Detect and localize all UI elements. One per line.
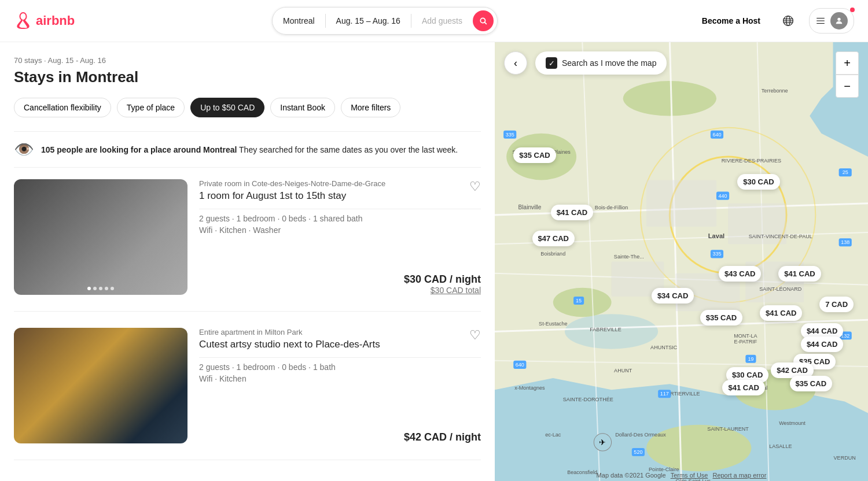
svg-text:LASALLE: LASALLE — [769, 443, 792, 449]
zoom-out-button[interactable]: − — [836, 75, 859, 98]
listing-image-0[interactable] — [14, 179, 187, 295]
price-marker-1[interactable]: $30 CAD — [737, 174, 779, 190]
svg-point-14 — [623, 81, 716, 116]
wishlist-button-1[interactable]: ♡ — [469, 328, 481, 343]
price-marker-15[interactable]: $41 CAD — [722, 380, 764, 395]
price-marker-11[interactable]: $44 CAD — [801, 336, 843, 352]
svg-text:FABREVILLE: FABREVILLE — [590, 327, 621, 332]
dot-0-3 — [105, 287, 108, 290]
svg-point-0 — [480, 18, 485, 23]
listing-title-1: Cutest artsy studio next to Place-des-Ar… — [199, 339, 481, 350]
zoom-in-button[interactable]: + — [836, 51, 859, 75]
map-attribution-text: Map data ©2021 Google — [597, 472, 666, 479]
svg-text:440: 440 — [718, 193, 727, 199]
svg-text:SAINT-LÉONARD: SAINT-LÉONARD — [759, 286, 801, 292]
map-search-toggle[interactable]: ✓ Search as I move the map — [535, 51, 667, 75]
svg-text:Côte-Saint-Luc: Côte-Saint-Luc — [675, 478, 711, 481]
dates-segment[interactable]: Aug. 15 – Aug. 16 — [326, 8, 411, 34]
listing-price-1: $42 CAD / night — [199, 431, 481, 443]
svg-text:RIVIERE-DES-PRAIRIES: RIVIERE-DES-PRAIRIES — [722, 158, 781, 164]
svg-text:x-Montagnes: x-Montagnes — [514, 385, 545, 391]
logo[interactable]: airbnb — [14, 12, 75, 30]
report-link[interactable]: Report a map error — [712, 472, 766, 479]
price-marker-16[interactable]: $35 CAD — [790, 376, 832, 391]
dates-value: Aug. 15 – Aug. 16 — [336, 16, 400, 25]
price-night-0: $30 CAD / night — [199, 273, 481, 286]
user-menu-button[interactable] — [809, 8, 854, 34]
listing-details-1: 2 guests · 1 bedroom · 0 beds · 1 bath — [199, 362, 481, 372]
logo-text: airbnb — [36, 13, 75, 28]
guests-segment[interactable]: Add guests — [411, 8, 473, 34]
become-host-button[interactable]: Become a Host — [695, 12, 767, 30]
location-segment[interactable]: Montreal — [273, 8, 325, 34]
dot-0-4 — [111, 287, 114, 290]
svg-text:25: 25 — [843, 169, 848, 175]
search-button[interactable] — [473, 10, 494, 31]
svg-text:AHUNT: AHUNT — [614, 368, 632, 373]
map-back-button[interactable]: ‹ — [504, 51, 527, 75]
listing-info-0: ♡ Private room in Cote-des-Neiges-Notre-… — [199, 179, 481, 295]
price-marker-7[interactable]: $41 CAD — [760, 305, 802, 321]
svg-text:117: 117 — [660, 391, 669, 397]
filter-price[interactable]: Up to $50 CAD — [190, 98, 264, 117]
price-marker-8[interactable]: $35 CAD — [700, 310, 742, 325]
listing-price-0: $30 CAD / night $30 CAD total — [199, 273, 481, 295]
listing-type-0: Private room in Cote-des-Neiges-Notre-Da… — [199, 179, 481, 188]
price-marker-9[interactable]: 7 CAD — [819, 297, 854, 312]
avatar — [830, 12, 848, 29]
svg-text:19: 19 — [748, 356, 753, 362]
right-panel: ✈ Sainte-Anne-des-Plaines Terrebonne Bla… — [495, 42, 868, 481]
main-layout: 70 stays · Aug. 15 - Aug. 16 Stays in Mo… — [0, 42, 868, 481]
svg-text:VERDUN: VERDUN — [834, 455, 856, 461]
svg-text:335: 335 — [506, 132, 514, 138]
price-marker-2[interactable]: $41 CAD — [551, 205, 593, 220]
price-total-0: $30 CAD total — [199, 286, 481, 295]
globe-button[interactable] — [777, 12, 800, 30]
svg-text:SAINT-LAURENT: SAINT-LAURENT — [707, 426, 749, 432]
svg-text:St-Eustache: St-Eustache — [539, 321, 567, 327]
stays-title: Stays in Montreal — [14, 68, 481, 86]
terms-link[interactable]: Terms of Use — [671, 472, 708, 479]
svg-text:ec-Lac: ec-Lac — [545, 432, 561, 438]
listing-card-0: ♡ Private room in Cote-des-Neiges-Notre-… — [14, 179, 481, 312]
filter-instant-book[interactable]: Instant Book — [270, 98, 335, 117]
svg-text:MONT-LA: MONT-LA — [734, 333, 757, 339]
alert-banner: 👁️ 105 people are looking for a place ar… — [14, 131, 481, 168]
listing-card-1: ♡ Entire apartment in Milton Park Cutest… — [14, 328, 481, 460]
svg-text:15: 15 — [576, 298, 582, 304]
location-value: Montreal — [283, 16, 314, 25]
svg-rect-28 — [646, 180, 716, 227]
price-marker-5[interactable]: $41 CAD — [778, 266, 821, 282]
price-marker-3[interactable]: $47 CAD — [532, 231, 575, 246]
map-container[interactable]: ✈ Sainte-Anne-des-Plaines Terrebonne Bla… — [495, 42, 868, 481]
guests-placeholder: Add guests — [422, 16, 462, 25]
svg-text:✈: ✈ — [599, 438, 606, 447]
search-toggle-label: Search as I move the map — [562, 58, 656, 68]
svg-text:Bois-de-Fillion: Bois-de-Fillion — [595, 205, 628, 210]
listing-title-0: 1 room for August 1st to 15th stay — [199, 190, 481, 202]
wishlist-button-0[interactable]: ♡ — [469, 179, 481, 194]
filter-more[interactable]: More filters — [341, 98, 400, 117]
price-marker-6[interactable]: $34 CAD — [652, 288, 694, 304]
svg-line-1 — [485, 23, 487, 24]
filter-type-of-place[interactable]: Type of place — [117, 98, 185, 117]
listing-image-1[interactable] — [14, 328, 187, 443]
svg-text:SAINTE-DOROTHÉE: SAINTE-DOROTHÉE — [563, 397, 613, 402]
alert-bold: 105 people are looking for a place aroun… — [41, 145, 237, 154]
image-dots-0 — [87, 287, 114, 290]
price-night-1: $42 CAD / night — [199, 431, 481, 443]
price-marker-4[interactable]: $43 CAD — [719, 266, 761, 282]
filters-bar: Cancellation flexibility Type of place U… — [14, 98, 481, 117]
map-terms: Map data ©2021 Google Terms of Use Repor… — [597, 472, 767, 479]
filter-cancellation[interactable]: Cancellation flexibility — [14, 98, 111, 117]
svg-text:E-PATRIF: E-PATRIF — [734, 339, 757, 345]
svg-text:Blainville: Blainville — [518, 204, 542, 210]
dot-0-1 — [93, 287, 97, 290]
svg-text:Dollard-Des Ormeaux: Dollard-Des Ormeaux — [615, 432, 666, 438]
svg-text:640: 640 — [516, 362, 524, 368]
svg-text:Boisbriand: Boisbriand — [540, 251, 565, 257]
svg-text:Sainte-The...: Sainte-The... — [614, 254, 644, 260]
svg-text:AHUNTSIC: AHUNTSIC — [650, 345, 678, 350]
svg-text:Westmount: Westmount — [779, 420, 806, 426]
price-marker-0[interactable]: $35 CAD — [513, 147, 556, 163]
